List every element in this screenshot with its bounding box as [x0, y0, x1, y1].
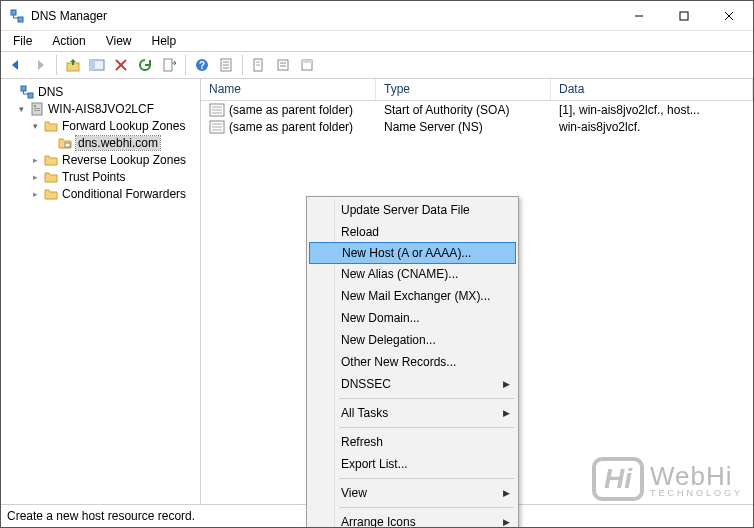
- cell-data: win-ais8jvo2lcf.: [551, 120, 753, 134]
- cm-other-new-records[interactable]: Other New Records...: [309, 351, 516, 373]
- filter-button[interactable]: [272, 54, 294, 76]
- tree-zone-dns-webhi-com[interactable]: dns.webhi.com: [1, 134, 200, 151]
- cm-label: New Delegation...: [341, 333, 436, 347]
- cm-label: Reload: [341, 225, 379, 239]
- show-hide-tree-button[interactable]: [86, 54, 108, 76]
- column-header-data[interactable]: Data: [551, 79, 753, 100]
- record-icon: [209, 103, 225, 117]
- export-button[interactable]: [158, 54, 180, 76]
- cm-refresh[interactable]: Refresh: [309, 431, 516, 453]
- svg-rect-1: [18, 17, 23, 22]
- cm-dnssec[interactable]: DNSSEC▶: [309, 373, 516, 395]
- cm-label: DNSSEC: [341, 377, 391, 391]
- tree-forward-lookup-zones[interactable]: ▾ Forward Lookup Zones: [1, 117, 200, 134]
- svg-rect-25: [302, 60, 312, 63]
- tree-label: WIN-AIS8JVO2LCF: [48, 102, 154, 116]
- collapse-icon[interactable]: ▾: [29, 120, 41, 132]
- new-record-button[interactable]: [248, 54, 270, 76]
- svg-rect-31: [34, 110, 40, 111]
- close-button[interactable]: [706, 1, 751, 30]
- cm-label: New Domain...: [341, 311, 420, 325]
- up-folder-button[interactable]: [62, 54, 84, 76]
- record-icon: [209, 120, 225, 134]
- forward-button[interactable]: [29, 54, 51, 76]
- expand-icon[interactable]: ▸: [29, 188, 41, 200]
- cm-new-mx[interactable]: New Mail Exchanger (MX)...: [309, 285, 516, 307]
- cm-label: Update Server Data File: [341, 203, 470, 217]
- tree-label: Conditional Forwarders: [62, 187, 186, 201]
- cell-type: Name Server (NS): [376, 120, 551, 134]
- svg-rect-3: [680, 12, 688, 20]
- svg-rect-32: [65, 143, 70, 147]
- tree-pane[interactable]: DNS ▾ WIN-AIS8JVO2LCF ▾ Forward Lookup Z…: [1, 79, 201, 504]
- cm-view[interactable]: View▶: [309, 482, 516, 504]
- dns-root-icon: [19, 84, 35, 100]
- cm-label: New Host (A or AAAA)...: [342, 246, 471, 260]
- cm-new-alias[interactable]: New Alias (CNAME)...: [309, 263, 516, 285]
- collapse-icon[interactable]: ▾: [15, 103, 27, 115]
- cm-separator: [339, 427, 514, 428]
- context-menu: Update Server Data File Reload New Host …: [306, 196, 519, 528]
- cm-label: Refresh: [341, 435, 383, 449]
- folder-icon: [43, 169, 59, 185]
- menu-file[interactable]: File: [3, 32, 42, 50]
- tree-root-dns[interactable]: DNS: [1, 83, 200, 100]
- cm-arrange-icons[interactable]: Arrange Icons▶: [309, 511, 516, 528]
- svg-rect-26: [21, 86, 26, 91]
- view-button[interactable]: [296, 54, 318, 76]
- menu-help[interactable]: Help: [142, 32, 187, 50]
- svg-rect-30: [34, 108, 40, 109]
- menu-view[interactable]: View: [96, 32, 142, 50]
- tree-server[interactable]: ▾ WIN-AIS8JVO2LCF: [1, 100, 200, 117]
- expand-icon[interactable]: ▸: [29, 171, 41, 183]
- submenu-arrow-icon: ▶: [503, 488, 510, 498]
- svg-rect-29: [34, 105, 36, 107]
- column-header-type[interactable]: Type: [376, 79, 551, 100]
- back-button[interactable]: [5, 54, 27, 76]
- cm-label: View: [341, 486, 367, 500]
- dns-app-icon: [9, 8, 25, 24]
- help-button[interactable]: ?: [191, 54, 213, 76]
- expand-icon[interactable]: ▸: [29, 154, 41, 166]
- tree-label: dns.webhi.com: [76, 136, 160, 150]
- cell-name: (same as parent folder): [229, 120, 353, 134]
- svg-text:?: ?: [199, 60, 205, 71]
- list-header: Name Type Data: [201, 79, 753, 101]
- tree-trust-points[interactable]: ▸ Trust Points: [1, 168, 200, 185]
- refresh-button[interactable]: [134, 54, 156, 76]
- toolbar-separator: [185, 55, 186, 75]
- cell-data: [1], win-ais8jvo2lcf., host...: [551, 103, 753, 117]
- tree-label: Forward Lookup Zones: [62, 119, 185, 133]
- list-row[interactable]: (same as parent folder) Start of Authori…: [201, 101, 753, 118]
- cm-label: New Mail Exchanger (MX)...: [341, 289, 490, 303]
- zone-icon: [57, 135, 73, 151]
- window-title: DNS Manager: [31, 9, 616, 23]
- cm-all-tasks[interactable]: All Tasks▶: [309, 402, 516, 424]
- cm-new-delegation[interactable]: New Delegation...: [309, 329, 516, 351]
- menubar: File Action View Help: [1, 31, 753, 51]
- submenu-arrow-icon: ▶: [503, 517, 510, 527]
- cm-new-domain[interactable]: New Domain...: [309, 307, 516, 329]
- menu-action[interactable]: Action: [42, 32, 95, 50]
- list-row[interactable]: (same as parent folder) Name Server (NS)…: [201, 118, 753, 135]
- svg-rect-11: [164, 59, 172, 71]
- submenu-arrow-icon: ▶: [503, 408, 510, 418]
- delete-button[interactable]: [110, 54, 132, 76]
- tree-reverse-lookup-zones[interactable]: ▸ Reverse Lookup Zones: [1, 151, 200, 168]
- cm-separator: [339, 507, 514, 508]
- cm-reload[interactable]: Reload: [309, 221, 516, 243]
- tree-conditional-forwarders[interactable]: ▸ Conditional Forwarders: [1, 185, 200, 202]
- tree-label: Reverse Lookup Zones: [62, 153, 186, 167]
- minimize-button[interactable]: [616, 1, 661, 30]
- toolbar-separator: [242, 55, 243, 75]
- cm-label: Export List...: [341, 457, 408, 471]
- cm-export-list[interactable]: Export List...: [309, 453, 516, 475]
- server-icon: [29, 101, 45, 117]
- maximize-button[interactable]: [661, 1, 706, 30]
- cm-update-server-data-file[interactable]: Update Server Data File: [309, 199, 516, 221]
- cell-name: (same as parent folder): [229, 103, 353, 117]
- submenu-arrow-icon: ▶: [503, 379, 510, 389]
- properties-button[interactable]: [215, 54, 237, 76]
- cm-new-host[interactable]: New Host (A or AAAA)...: [309, 242, 516, 264]
- column-header-name[interactable]: Name: [201, 79, 376, 100]
